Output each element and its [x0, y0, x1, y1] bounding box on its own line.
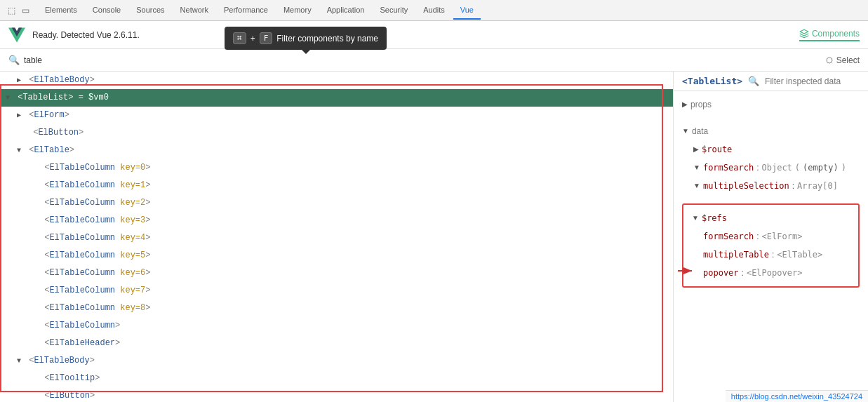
tab-memory[interactable]: Memory	[276, 1, 319, 20]
data-header[interactable]: ▼ data	[674, 122, 868, 140]
collapse-arrow-icon[interactable]: ▼	[693, 161, 700, 175]
collapse-arrow-icon[interactable]: ▼	[692, 211, 699, 225]
prop-key: $route	[702, 142, 732, 156]
prop-key: popover	[703, 266, 739, 280]
devtools-tabbar: ⬚ ▭ Elements Console Sources Network Per…	[0, 0, 868, 21]
props-label: props	[690, 98, 712, 112]
components-label: Components	[812, 29, 860, 39]
search-icon: 🔍	[8, 55, 20, 65]
list-item[interactable]: ▼ <TableList> = $vm0	[0, 89, 673, 107]
toggle-icon: ▶	[17, 76, 21, 84]
select-label: Select	[836, 55, 860, 65]
toggle-icon	[28, 182, 36, 189]
tab-sources[interactable]: Sources	[129, 1, 171, 20]
expand-arrow-icon[interactable]: ▶	[693, 142, 699, 156]
search-input[interactable]	[24, 55, 825, 65]
list-item[interactable]: ▼ <ElTable>	[0, 142, 673, 159]
refs-multipletable-row[interactable]: multipleTable : <ElTable>	[689, 246, 853, 264]
toggle-icon	[28, 287, 36, 295]
toggle-icon	[28, 340, 36, 347]
data-formsearch-row[interactable]: ▼ formSearch : Object ( (empty) )	[674, 159, 868, 177]
filter-tooltip: ⌘ + F Filter components by name	[225, 27, 387, 50]
filter-inspect-input[interactable]	[765, 76, 868, 86]
prop-type: Object	[762, 161, 792, 175]
tree-panel: ▶ <ElTableBody> ▼ <TableList> = $vm0 ▶ <…	[0, 72, 674, 402]
list-item[interactable]: ▶ <ElForm>	[0, 107, 673, 124]
toggle-icon	[28, 252, 36, 260]
components-button[interactable]: Components	[799, 29, 860, 41]
devtools-icons: ⬚ ▭	[6, 5, 31, 16]
components-icon	[799, 29, 809, 39]
refs-formsearch-row[interactable]: formSearch : <ElForm>	[689, 227, 853, 246]
toggle-icon	[28, 304, 36, 312]
list-item[interactable]: ▶ <ElTableBody>	[0, 72, 673, 89]
vue-ready-text: Ready. Detected Vue 2.6.11.	[32, 30, 140, 40]
list-item[interactable]: <ElButton>	[0, 387, 673, 402]
main-content: ▶ <ElTableBody> ▼ <TableList> = $vm0 ▶ <…	[0, 72, 868, 402]
cursor-icon	[825, 56, 834, 65]
prop-value: <ElForm>	[762, 229, 803, 243]
list-item[interactable]: <ElButton>	[0, 124, 673, 142]
tab-network[interactable]: Network	[173, 1, 215, 20]
list-item[interactable]: <ElTableColumn>	[0, 317, 673, 335]
list-item[interactable]: <ElTooltip>	[0, 370, 673, 387]
data-multipleselection-row[interactable]: ▼ multipleSelection : Array[0]	[674, 177, 868, 195]
list-item[interactable]: <ElTableColumn key=4>	[0, 229, 673, 247]
device-icon[interactable]: ▭	[20, 5, 31, 16]
collapse-arrow-icon[interactable]: ▼	[693, 179, 700, 193]
data-route-row[interactable]: ▶ $route	[674, 140, 868, 159]
right-panel: <TableList> 🔍 ▶ props ▼ data ▶ $route ▼ …	[674, 72, 868, 402]
data-section: ▼ data ▶ $route ▼ formSearch : Object ( …	[674, 118, 868, 199]
list-item[interactable]: <ElTableColumn key=2>	[0, 194, 673, 212]
list-item[interactable]: <ElTableColumn key=0>	[0, 159, 673, 177]
tab-console[interactable]: Console	[86, 1, 128, 20]
toggle-icon	[28, 392, 36, 400]
tab-vue[interactable]: Vue	[453, 1, 481, 20]
list-item[interactable]: <ElTableColumn key=5>	[0, 247, 673, 264]
prop-value: <ElTable>	[777, 248, 822, 262]
tooltip-text: Filter components by name	[276, 34, 378, 43]
prop-value: <ElPopover>	[747, 266, 802, 280]
props-header[interactable]: ▶ props	[674, 95, 868, 114]
list-item[interactable]: <ElTableColumn key=3>	[0, 212, 673, 229]
list-item[interactable]: <ElTableColumn key=8>	[0, 300, 673, 317]
list-item[interactable]: ▼ <ElTableBody>	[0, 352, 673, 370]
vue-logo-icon	[8, 27, 25, 43]
toggle-icon	[28, 164, 36, 172]
select-button[interactable]: Select	[825, 55, 860, 65]
toggle-icon	[28, 375, 36, 382]
tab-audits[interactable]: Audits	[416, 1, 452, 20]
prop-key: formSearch	[703, 161, 754, 175]
search-bar: 🔍 Select	[0, 49, 868, 72]
right-panel-header: <TableList> 🔍	[674, 72, 868, 91]
list-item[interactable]: <ElTableColumn key=1>	[0, 177, 673, 194]
plus-symbol: +	[251, 34, 255, 43]
prop-type: Array[0]	[797, 179, 838, 193]
tab-security[interactable]: Security	[373, 1, 415, 20]
status-bar: https://blog.csdn.net/weixin_43524724	[726, 390, 868, 402]
tab-performance[interactable]: Performance	[217, 1, 275, 20]
props-section: ▶ props	[674, 91, 868, 118]
svg-point-0	[827, 58, 832, 63]
filter-inspect-icon: 🔍	[748, 76, 759, 86]
tab-application[interactable]: Application	[320, 1, 372, 20]
tab-elements[interactable]: Elements	[38, 1, 84, 20]
toggle-icon	[28, 199, 36, 207]
status-url: https://blog.csdn.net/weixin_43524724	[731, 392, 862, 401]
list-item[interactable]: <ElTableHeader>	[0, 335, 673, 352]
prop-value: (empty)	[803, 161, 839, 175]
refs-popover-row[interactable]: popover : <ElPopover>	[689, 264, 853, 282]
refs-header[interactable]: ▼ $refs	[689, 209, 853, 227]
expand-arrow-icon[interactable]: ▶	[682, 98, 688, 112]
refs-arrow-icon	[676, 265, 697, 276]
toggle-icon	[28, 234, 36, 242]
inspect-icon[interactable]: ⬚	[6, 5, 17, 16]
list-item[interactable]: <ElTableColumn key=7>	[0, 282, 673, 300]
cmd-key: ⌘	[233, 32, 246, 44]
list-item[interactable]: <ElTableColumn key=6>	[0, 264, 673, 282]
toggle-icon	[28, 269, 36, 277]
toggle-icon	[28, 322, 36, 330]
prop-key: formSearch	[703, 229, 754, 243]
collapse-arrow-icon[interactable]: ▼	[682, 124, 689, 138]
toggle-icon: ▼	[17, 147, 21, 154]
